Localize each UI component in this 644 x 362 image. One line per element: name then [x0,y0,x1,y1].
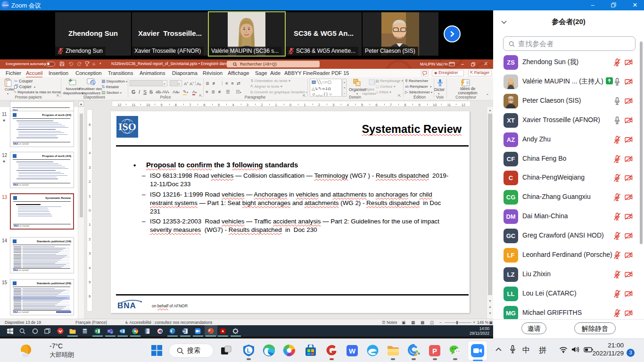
svg-text:ISO: ISO [118,121,136,132]
svg-text:A: A [222,329,224,333]
svg-text:P: P [208,329,211,332]
svg-text:BNA: BNA [117,301,136,310]
svg-text:T: T [108,330,110,333]
svg-text:P: P [432,347,437,355]
svg-text:L: L [247,347,250,354]
svg-text:W: W [349,347,356,355]
svg-text:X: X [95,329,98,333]
svg-text:W: W [182,330,185,333]
